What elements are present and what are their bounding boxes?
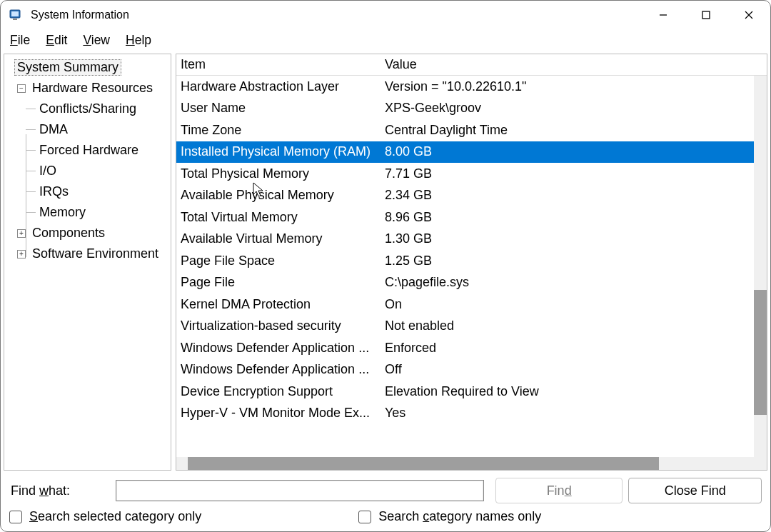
list-row[interactable]: Device Encryption SupportElevation Requi… xyxy=(176,381,754,403)
list-cell-item: Total Virtual Memory xyxy=(176,210,383,225)
list-cell-item: Windows Defender Application ... xyxy=(176,362,383,377)
list-cell-item: Hardware Abstraction Layer xyxy=(176,79,383,94)
vertical-scroll-thumb[interactable] xyxy=(754,290,767,415)
list-header[interactable]: Item Value xyxy=(176,54,767,76)
list-cell-value: Version = "10.0.22610.1" xyxy=(383,79,754,94)
list-cell-item: Page File xyxy=(176,275,383,290)
search-selected-label[interactable]: Search selected category only xyxy=(29,509,201,524)
list-cell-item: Kernel DMA Protection xyxy=(176,297,383,312)
list-cell-value: Central Daylight Time xyxy=(383,123,754,138)
menu-edit[interactable]: Edit xyxy=(46,33,67,48)
find-bar: Find what: Find Close Find Search select… xyxy=(1,473,770,531)
list-cell-item: Virtualization-based security xyxy=(176,318,383,333)
close-button[interactable] xyxy=(727,1,770,29)
list-body: Hardware Abstraction LayerVersion = "10.… xyxy=(176,76,767,470)
window-frame: System Information File Edit View Help S… xyxy=(0,0,771,532)
list-cell-value: Yes xyxy=(383,406,754,421)
vertical-scrollbar[interactable] xyxy=(754,76,767,470)
tree-forced-hardware[interactable]: Forced Hardware xyxy=(4,140,171,161)
title-bar: System Information xyxy=(1,1,770,29)
search-names-label[interactable]: Search category names only xyxy=(378,509,541,524)
tree-system-summary[interactable]: System Summary xyxy=(4,57,171,78)
list-cell-value: 8.00 GB xyxy=(383,144,754,159)
svg-rect-4 xyxy=(702,11,710,19)
menu-bar: File Edit View Help xyxy=(1,29,770,51)
list-cell-value: On xyxy=(383,297,754,312)
list-rows-container: Hardware Abstraction LayerVersion = "10.… xyxy=(176,76,754,457)
column-header-value[interactable]: Value xyxy=(383,54,767,75)
collapse-icon[interactable]: − xyxy=(17,84,26,93)
list-row[interactable]: User NameXPS-Geek\groov xyxy=(176,98,754,120)
main-area: System Summary −Hardware Resources Confl… xyxy=(1,51,770,473)
list-cell-value: 1.25 GB xyxy=(383,254,754,268)
list-cell-value: Elevation Required to View xyxy=(383,384,754,399)
category-tree[interactable]: System Summary −Hardware Resources Confl… xyxy=(4,54,171,264)
list-row[interactable]: Time ZoneCentral Daylight Time xyxy=(176,119,754,141)
list-row[interactable]: Virtualization-based securityNot enabled xyxy=(176,316,754,338)
tree-software-environment[interactable]: +Software Environment xyxy=(4,244,171,264)
find-input[interactable] xyxy=(116,480,484,501)
list-cell-value: 1.30 GB xyxy=(383,231,754,246)
list-row[interactable]: Page FileC:\pagefile.sys xyxy=(176,272,754,294)
list-cell-value: Enforced xyxy=(383,341,754,356)
list-row[interactable]: Available Virtual Memory1.30 GB xyxy=(176,229,754,251)
list-row[interactable]: Kernel DMA ProtectionOn xyxy=(176,293,754,316)
tree-irqs[interactable]: IRQs xyxy=(4,181,171,202)
list-cell-item: Time Zone xyxy=(176,123,383,138)
list-row[interactable]: Total Virtual Memory8.96 GB xyxy=(176,206,754,229)
list-row[interactable]: Installed Physical Memory (RAM)8.00 GB xyxy=(176,141,754,164)
list-row[interactable]: Windows Defender Application ...Off xyxy=(176,359,754,381)
close-find-button[interactable]: Close Find xyxy=(628,478,762,503)
tree-hardware-resources[interactable]: −Hardware Resources xyxy=(4,78,171,99)
list-cell-item: Available Physical Memory xyxy=(176,188,383,203)
list-row[interactable]: Total Physical Memory7.71 GB xyxy=(176,163,754,185)
tree-io[interactable]: I/O xyxy=(4,161,171,181)
list-cell-item: Hyper-V - VM Monitor Mode Ex... xyxy=(176,406,383,421)
window-controls xyxy=(642,1,770,29)
list-cell-item: Total Physical Memory xyxy=(176,166,383,181)
list-row[interactable]: Page File Space1.25 GB xyxy=(176,250,754,272)
list-row[interactable]: Hardware Abstraction LayerVersion = "10.… xyxy=(176,76,754,98)
list-row[interactable]: Hyper-V - VM Monitor Mode Ex...Yes xyxy=(176,403,754,425)
list-cell-item: Available Virtual Memory xyxy=(176,231,383,246)
list-cell-value: 2.34 GB xyxy=(383,188,754,203)
column-header-item[interactable]: Item xyxy=(176,54,383,75)
list-cell-item: Installed Physical Memory (RAM) xyxy=(176,144,383,159)
list-cell-item: Page File Space xyxy=(176,254,383,268)
horizontal-scroll-thumb[interactable] xyxy=(188,457,659,470)
tree-pane: System Summary −Hardware Resources Confl… xyxy=(4,54,171,471)
tree-conflicts-sharing[interactable]: Conflicts/Sharing xyxy=(4,99,171,119)
list-cell-item: Device Encryption Support xyxy=(176,384,383,399)
search-names-checkbox[interactable] xyxy=(358,511,371,523)
list-cell-item: User Name xyxy=(176,101,383,116)
list-cell-value: XPS-Geek\groov xyxy=(383,101,754,116)
find-button[interactable]: Find xyxy=(495,478,623,503)
expand-icon[interactable]: + xyxy=(17,229,26,238)
list-cell-item: Windows Defender Application ... xyxy=(176,341,383,356)
window-title: System Information xyxy=(31,9,129,21)
list-cell-value: 7.71 GB xyxy=(383,166,754,181)
menu-view[interactable]: View xyxy=(83,33,110,48)
find-what-label: Find what: xyxy=(9,483,110,498)
list-cell-value: C:\pagefile.sys xyxy=(383,275,754,290)
list-row[interactable]: Windows Defender Application ...Enforced xyxy=(176,337,754,359)
list-cell-value: 8.96 GB xyxy=(383,210,754,225)
maximize-button[interactable] xyxy=(685,1,727,29)
minimize-button[interactable] xyxy=(642,1,685,29)
tree-components[interactable]: +Components xyxy=(4,223,171,244)
expand-icon[interactable]: + xyxy=(17,250,26,259)
horizontal-scrollbar[interactable] xyxy=(176,457,767,470)
list-cell-value: Not enabled xyxy=(383,318,754,333)
list-pane: Item Value Hardware Abstraction LayerVer… xyxy=(176,54,767,471)
svg-rect-2 xyxy=(13,19,17,20)
tree-dma[interactable]: DMA xyxy=(4,119,171,140)
svg-rect-1 xyxy=(11,11,19,16)
app-icon xyxy=(8,7,24,23)
menu-file[interactable]: File xyxy=(10,33,30,48)
list-row[interactable]: Available Physical Memory2.34 GB xyxy=(176,185,754,207)
list-cell-value: Off xyxy=(383,362,754,377)
search-selected-checkbox[interactable] xyxy=(9,511,22,523)
tree-memory[interactable]: Memory xyxy=(4,202,171,223)
menu-help[interactable]: Help xyxy=(126,33,151,48)
